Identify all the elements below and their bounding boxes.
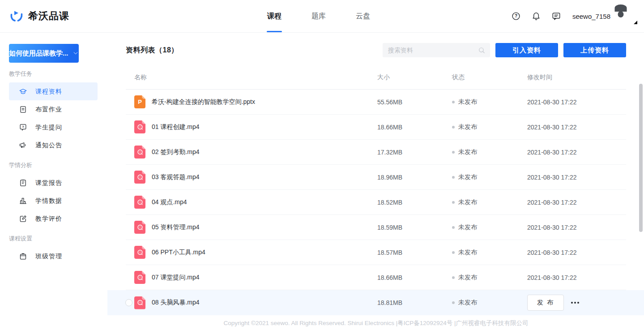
status-dot — [452, 126, 455, 129]
file-size: 18.57MB — [377, 249, 452, 256]
sidebar-item-label: 课程资料 — [35, 88, 62, 94]
table-row[interactable]: 06 PPT小工具.mp418.57MB未发布2021-08-30 17:22 — [126, 240, 626, 265]
app-logo[interactable]: 希沃品课 — [9, 9, 69, 24]
svg-text:?: ? — [515, 13, 517, 18]
search-icon[interactable] — [478, 47, 486, 54]
file-name: 06 PPT小工具.mp4 — [152, 249, 205, 257]
file-name: 05 资料管理.mp4 — [152, 223, 200, 231]
tab-question-bank[interactable]: 题库 — [311, 0, 326, 32]
table-header: 名称大小状态修改时间 — [126, 65, 626, 90]
modified-time: 2021-08-30 17:22 — [527, 149, 626, 156]
message-icon[interactable] — [551, 11, 561, 21]
file-name-cell[interactable]: 04 观点.mp4 — [126, 196, 377, 209]
clipboard-icon — [19, 179, 27, 187]
file-name-cell[interactable]: 01 课程创建.mp4 — [126, 120, 377, 133]
table-row[interactable]: 04 观点.mp418.52MB未发布2021-08-30 17:22 — [126, 190, 626, 215]
more-actions-icon[interactable] — [570, 298, 580, 307]
status-dot — [452, 176, 455, 179]
tab-cloud-drive[interactable]: 云盘 — [356, 0, 370, 32]
tab-label: 云盘 — [356, 12, 370, 21]
table-row[interactable]: 03 客观答题.mp418.96MB未发布2021-08-30 17:22 — [126, 165, 626, 190]
sidebar-item-label: 班级管理 — [35, 253, 62, 259]
search-input[interactable] — [388, 47, 478, 54]
main-content: 资料列表（18） 引入资料 上传资料 名称大小状态修改时间 P希沃-构建全连接的… — [107, 43, 644, 327]
nav-tabs: 课程题库云盘 — [267, 0, 370, 32]
graduation-cap-icon — [19, 87, 27, 96]
sidebar-item-student-questions[interactable]: ?学生提问 — [9, 118, 98, 136]
row-actions: 发 布 — [527, 295, 626, 311]
import-material-button[interactable]: 引入资料 — [495, 43, 558, 57]
upload-material-button[interactable]: 上传资料 — [563, 43, 626, 57]
table-row[interactable]: P希沃-构建全连接的智能教学空间.pptx55.56MB未发布2021-08-3… — [126, 90, 626, 115]
modified-time: 2021-08-30 17:22 — [527, 199, 626, 206]
how-to-use-course-button[interactable]: 如何使用品课教学... — [9, 44, 79, 63]
file-name-cell[interactable]: 08 头脑风暴.mp4 — [126, 296, 377, 309]
username[interactable]: seewo_7158 — [572, 13, 610, 20]
edit-icon — [19, 214, 27, 223]
sidebar: 如何使用品课教学... 教学任务课程资料布置作业?学生提问通知公告学情分析课堂报… — [0, 33, 107, 265]
video-file-icon — [134, 120, 145, 133]
status-text: 未发布 — [458, 223, 477, 231]
sidebar-item-label: 通知公告 — [35, 142, 62, 148]
sidebar-item-label: 布置作业 — [35, 106, 62, 112]
file-name-cell[interactable]: 02 签到考勤.mp4 — [126, 146, 377, 159]
sidebar-item-learning-data[interactable]: 学情数据 — [9, 192, 98, 210]
avatar[interactable] — [621, 9, 636, 24]
help-icon[interactable]: ? — [511, 11, 521, 21]
sidebar-item-teaching-evaluation[interactable]: 教学评价 — [9, 210, 98, 227]
sidebar-item-notice[interactable]: 通知公告 — [9, 136, 98, 154]
file-name: 希沃-构建全连接的智能教学空间.pptx — [152, 98, 255, 106]
status-text: 未发布 — [458, 249, 477, 257]
row-select-radio[interactable] — [125, 299, 132, 306]
footer-copyright: Copyright ©2021 seewo. All Rights Reserv… — [126, 319, 626, 327]
video-file-icon — [134, 246, 145, 259]
table-row[interactable]: 01 课程创建.mp418.66MB未发布2021-08-30 17:22 — [126, 115, 626, 140]
publish-button[interactable]: 发 布 — [527, 295, 564, 311]
status-dot — [452, 201, 455, 204]
modified-time: 2021-08-30 17:22 — [527, 274, 626, 281]
file-name-cell[interactable]: 03 客观答题.mp4 — [126, 171, 377, 184]
sidebar-menu: 教学任务课程资料布置作业?学生提问通知公告学情分析课堂报告学情数据教学评价课程设… — [0, 70, 107, 265]
file-name-cell[interactable]: 07 课堂提问.mp4 — [126, 271, 377, 284]
column-header-modified: 修改时间 — [527, 73, 626, 81]
file-name: 02 签到考勤.mp4 — [152, 148, 200, 156]
status-text: 未发布 — [458, 98, 477, 106]
sidebar-item-class-management[interactable]: 班级管理 — [9, 247, 98, 265]
bell-icon[interactable] — [531, 11, 541, 21]
tab-course[interactable]: 课程 — [267, 0, 281, 32]
status-text: 未发布 — [458, 198, 477, 206]
file-name-cell[interactable]: 06 PPT小工具.mp4 — [126, 246, 377, 259]
sidebar-item-course-materials[interactable]: 课程资料 — [9, 82, 98, 100]
modified-time: 2021-08-30 17:22 — [527, 99, 626, 106]
archive-icon — [19, 252, 27, 261]
modified-time: 2021-08-30 17:22 — [527, 174, 626, 181]
avatar-dropdown-caret-icon — [634, 21, 637, 24]
file-name-cell[interactable]: 05 资料管理.mp4 — [126, 221, 377, 234]
ppt-file-icon: P — [134, 95, 145, 108]
status-text: 未发布 — [458, 299, 477, 307]
table-row[interactable]: 02 签到考勤.mp417.32MB未发布2021-08-30 17:22 — [126, 140, 626, 165]
sidebar-item-assign-homework[interactable]: 布置作业 — [9, 100, 98, 118]
list-toolbar: 资料列表（18） 引入资料 上传资料 — [126, 43, 626, 57]
vertical-scrollbar[interactable] — [639, 84, 643, 232]
sidebar-section-title: 课程设置 — [9, 235, 98, 243]
table-row[interactable]: 07 课堂提问.mp418.66MB未发布2021-08-30 17:22 — [126, 265, 626, 290]
status-cell: 未发布 — [452, 148, 527, 156]
status-dot — [452, 276, 455, 279]
video-file-icon — [134, 146, 145, 159]
file-name: 04 观点.mp4 — [152, 198, 187, 206]
tab-label: 课程 — [267, 12, 281, 21]
file-name-cell[interactable]: P希沃-构建全连接的智能教学空间.pptx — [126, 95, 377, 108]
status-cell: 未发布 — [452, 173, 527, 181]
video-file-icon — [134, 196, 145, 209]
guide-button-label: 如何使用品课教学... — [9, 49, 68, 58]
sidebar-item-label: 学情数据 — [35, 197, 62, 204]
status-text: 未发布 — [458, 148, 477, 156]
column-header-size: 大小 — [377, 73, 452, 81]
table-row[interactable]: 05 资料管理.mp418.59MB未发布2021-08-30 17:22 — [126, 215, 626, 240]
header-right: ? seewo_7158 — [511, 0, 636, 32]
file-size: 17.32MB — [377, 149, 452, 156]
megaphone-icon — [19, 141, 27, 150]
table-row[interactable]: 08 头脑风暴.mp418.81MB未发布发 布 — [107, 290, 644, 315]
sidebar-item-class-report[interactable]: 课堂报告 — [9, 174, 98, 192]
